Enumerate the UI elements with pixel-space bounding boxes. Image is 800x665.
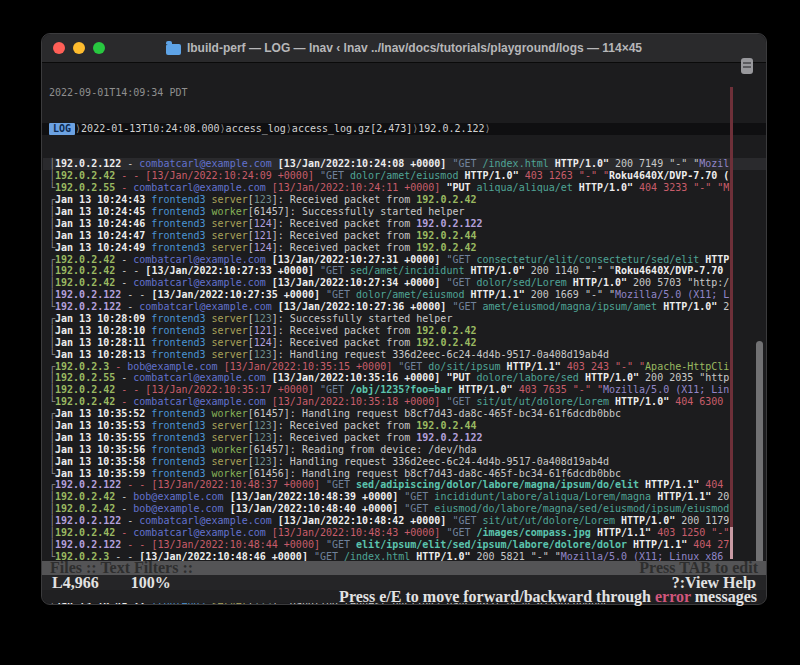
log-line[interactable]: │Jan 13 10:24:45 frontend3 worker[61457]… bbox=[43, 206, 766, 218]
terminal-window: lbuild-perf — LOG — lnav ‹ lnav ../lnav/… bbox=[41, 33, 767, 605]
log-line[interactable]: │Jan 13 10:35:53 frontend3 server[123]: … bbox=[43, 420, 766, 432]
scroll-percent: 100% bbox=[131, 574, 171, 592]
log-line[interactable]: │Jan 13 10:35:58 frontend3 server[123]: … bbox=[43, 456, 766, 468]
breadcrumb-segment[interactable]: 2022-01-13T10:24:08.000 bbox=[81, 123, 219, 134]
breadcrumb-segments: ⟩2022-01-13T10:24:08.000⟩access_log⟩acce… bbox=[75, 123, 491, 135]
log-line[interactable]: └192.0.2.55 - combatcarl@example.com [13… bbox=[43, 182, 766, 194]
error-scroll-rail[interactable] bbox=[730, 87, 733, 559]
clock-line: 2022-09-01T14:09:34 PDT bbox=[42, 87, 766, 99]
window-title: lbuild-perf — LOG — lnav ‹ lnav ../lnav/… bbox=[187, 41, 642, 55]
breadcrumb: LOG⟩2022-01-13T10:24:08.000⟩access_log⟩a… bbox=[42, 123, 766, 135]
log-line[interactable]: └Jan 13 10:24:49 frontend3 server[124]: … bbox=[43, 242, 766, 254]
log-line[interactable]: │192.0.2.55 - combatcarl@example.com [13… bbox=[43, 372, 766, 384]
macos-scrollbar[interactable] bbox=[756, 341, 763, 593]
breadcrumb-separator: ⟩ bbox=[485, 123, 491, 134]
log-line[interactable]: ┌Jan 13 10:28:09 frontend3 server[123]: … bbox=[43, 313, 766, 325]
log-line[interactable]: │Jan 13 10:35:55 frontend3 server[123]: … bbox=[43, 432, 766, 444]
window-title-group: lbuild-perf — LOG — lnav ‹ lnav ../lnav/… bbox=[166, 41, 642, 55]
log-line[interactable]: │Jan 13 10:24:46 frontend3 server[124]: … bbox=[43, 218, 766, 230]
minimap-icon bbox=[741, 58, 753, 74]
log-line[interactable]: │192.0.2.42 - - [13/Jan/2022:10:35:17 +0… bbox=[43, 384, 766, 396]
log-line[interactable]: ┌192.0.2.122 - - [13/Jan/2022:10:48:37 +… bbox=[43, 479, 766, 491]
hint-error-word: error bbox=[655, 588, 691, 605]
log-line[interactable]: │192.0.2.122 - combatcarl@example.com [1… bbox=[43, 158, 766, 170]
log-line[interactable]: ┌192.0.2.42 - combatcarl@example.com [13… bbox=[43, 254, 766, 266]
hint-suffix: messages bbox=[691, 588, 757, 605]
close-button[interactable] bbox=[53, 42, 65, 54]
log-view-badge[interactable]: LOG bbox=[49, 123, 75, 135]
log-line[interactable]: │192.0.2.42 - bob@example.com [13/Jan/20… bbox=[43, 491, 766, 503]
log-line[interactable]: └192.0.2.122 - combatcarl@example.com [1… bbox=[43, 301, 766, 313]
log-line[interactable]: ┌Jan 13 10:35:52 frontend3 worker[61457]… bbox=[43, 408, 766, 420]
log-line[interactable]: │192.0.2.42 - - [13/Jan/2022:10:27:33 +0… bbox=[43, 265, 766, 277]
log-line[interactable]: ┌Jan 13 10:24:43 frontend3 server[123]: … bbox=[43, 194, 766, 206]
filter-separator-2: :: bbox=[178, 559, 193, 576]
log-line[interactable]: ┌192.0.2.3 - bob@example.com [13/Jan/202… bbox=[43, 361, 766, 373]
log-line[interactable]: │192.0.2.42 - bob@example.com [13/Jan/20… bbox=[43, 503, 766, 515]
log-line[interactable]: │192.0.2.42 - combatcarl@example.com [13… bbox=[43, 277, 766, 289]
zoom-button[interactable] bbox=[93, 42, 105, 54]
minimize-button[interactable] bbox=[73, 42, 85, 54]
log-line[interactable]: │192.0.2.122 - combatcarl@example.com [1… bbox=[43, 515, 766, 527]
log-line[interactable]: │192.0.2.42 - - [13/Jan/2022:10:24:09 +0… bbox=[43, 170, 766, 182]
log-line[interactable]: │192.0.2.42 - combatcarl@example.com [13… bbox=[43, 527, 766, 539]
position-info: L4,966 100% bbox=[52, 574, 171, 592]
folder-icon bbox=[166, 44, 181, 55]
log-line[interactable]: │192.0.2.122 - - [13/Jan/2022:10:48:44 +… bbox=[43, 539, 766, 551]
window-titlebar[interactable]: lbuild-perf — LOG — lnav ‹ lnav ../lnav/… bbox=[42, 34, 766, 63]
traffic-lights bbox=[53, 42, 105, 54]
breadcrumb-segment[interactable]: 192.0.2.122 bbox=[418, 123, 484, 134]
key-hint-bar: Press e/E to move forward/backward throu… bbox=[42, 590, 766, 603]
log-line[interactable]: │Jan 13 10:35:56 frontend3 worker[61457]… bbox=[43, 444, 766, 456]
log-line[interactable]: │192.0.2.122 - - [13/Jan/2022:10:27:35 +… bbox=[43, 289, 766, 301]
terminal-content: 2022-09-01T14:09:34 PDT LOG⟩2022-01-13T1… bbox=[42, 63, 766, 604]
breadcrumb-segment[interactable]: access_log bbox=[226, 123, 286, 134]
log-line[interactable]: └Jan 13 10:35:59 frontend3 worker[61456]… bbox=[43, 468, 766, 480]
log-line[interactable]: │Jan 13 10:28:10 frontend3 server[121]: … bbox=[43, 325, 766, 337]
log-line[interactable]: │Jan 13 10:24:47 frontend3 server[121]: … bbox=[43, 230, 766, 242]
desktop-background: lbuild-perf — LOG — lnav ‹ lnav ../lnav/… bbox=[0, 0, 800, 665]
log-line[interactable]: │Jan 13 10:28:11 frontend3 server[124]: … bbox=[43, 337, 766, 349]
log-line[interactable]: └Jan 13 10:28:13 frontend3 server[123]: … bbox=[43, 349, 766, 361]
line-number: L4,966 bbox=[52, 574, 99, 592]
scroll-thumb[interactable] bbox=[730, 527, 733, 559]
hint-prefix: Press e/E to move forward/backward throu… bbox=[339, 588, 655, 605]
breadcrumb-segment[interactable]: access_log.gz[2,473] bbox=[292, 123, 412, 134]
log-line[interactable]: └192.0.2.42 - combatcarl@example.com [13… bbox=[43, 396, 766, 408]
log-area: │192.0.2.122 - combatcarl@example.com [1… bbox=[42, 158, 766, 604]
